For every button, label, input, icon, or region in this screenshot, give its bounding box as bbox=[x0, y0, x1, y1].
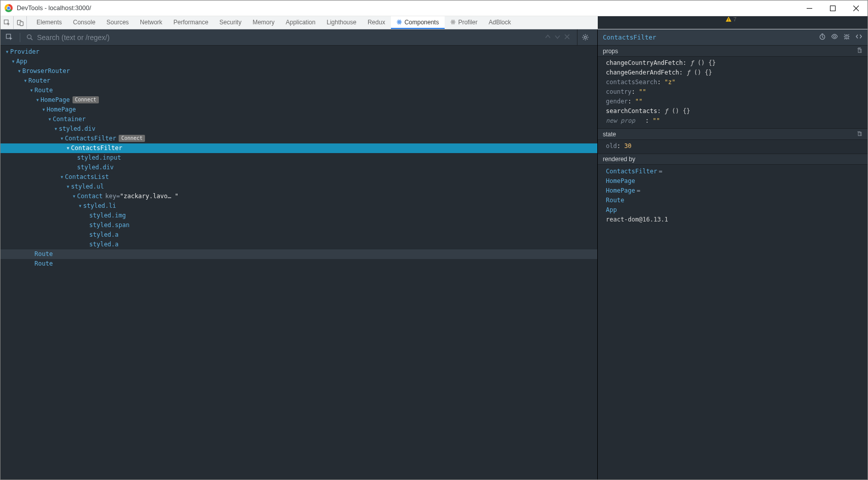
device-toolbar-button[interactable] bbox=[14, 16, 27, 29]
tree-row[interactable]: ▾styled.li bbox=[1, 201, 597, 211]
new-prop-row[interactable]: new prop: "" bbox=[606, 116, 867, 126]
tab-application[interactable]: Application bbox=[280, 16, 321, 29]
tree-row[interactable]: ▾BrowserRouter bbox=[1, 66, 597, 76]
tab-profiler[interactable]: Profiler bbox=[445, 16, 483, 29]
component-name: Route bbox=[34, 87, 53, 94]
renderedby-section-header: rendered by bbox=[598, 154, 867, 165]
search-clear-button[interactable] bbox=[564, 34, 570, 41]
tree-row[interactable]: styled.span bbox=[1, 220, 597, 230]
tree-row[interactable]: ▾HomePageConnect bbox=[1, 95, 597, 105]
tree-row[interactable]: styled.div bbox=[1, 163, 597, 172]
tree-row[interactable]: ▾styled.ul bbox=[1, 182, 597, 192]
tree-row[interactable]: styled.input bbox=[1, 153, 597, 163]
highlight-icon[interactable] bbox=[831, 33, 838, 42]
tree-row[interactable]: ▾Router bbox=[1, 76, 597, 86]
svg-rect-0 bbox=[830, 6, 835, 11]
state-list[interactable]: old: 30 bbox=[598, 140, 867, 154]
tab-label: Lighthouse bbox=[327, 19, 356, 26]
svg-point-20 bbox=[584, 36, 586, 38]
prop-row[interactable]: changeCountryAndFetch: ƒ () {} bbox=[606, 58, 867, 68]
warnings-count[interactable]: 7 bbox=[726, 16, 736, 22]
tab-performance[interactable]: Performance bbox=[168, 16, 214, 29]
tab-components[interactable]: Components bbox=[391, 16, 445, 29]
tab-sources[interactable]: Sources bbox=[101, 16, 134, 29]
tree-row[interactable]: Route bbox=[1, 249, 597, 259]
tree-row[interactable]: ▾ContactsFilter bbox=[1, 143, 597, 153]
tab-redux[interactable]: Redux bbox=[362, 16, 391, 29]
prop-value: ƒ () {} bbox=[690, 59, 716, 66]
tree-row[interactable]: ▾Contactkey="zackary.lavo… " bbox=[1, 192, 597, 201]
tab-label: Redux bbox=[368, 19, 385, 26]
search-prev-button[interactable] bbox=[545, 34, 551, 41]
tab-adblock[interactable]: AdBlock bbox=[483, 16, 517, 29]
renderedby-link[interactable]: ContactsFilter= bbox=[606, 167, 867, 176]
tree-row[interactable]: ▾Route bbox=[1, 86, 597, 95]
prop-row[interactable]: gender: "" bbox=[606, 97, 867, 106]
tree-row[interactable]: ▾HomePage bbox=[1, 105, 597, 115]
suspend-icon[interactable] bbox=[819, 33, 826, 42]
window-title: DevTools - localhost:3000/ bbox=[17, 5, 91, 12]
prop-row[interactable]: changeGenderAndFetch: ƒ () {} bbox=[606, 68, 867, 78]
tree-row[interactable]: ▾Container bbox=[1, 115, 597, 124]
prop-row[interactable]: contactsSearch: "z" bbox=[606, 78, 867, 87]
tab-memory[interactable]: Memory bbox=[247, 16, 280, 29]
tree-row[interactable]: ▾styled.div bbox=[1, 124, 597, 134]
component-tree[interactable]: ▾Provider▾App▾BrowserRouter▾Router▾Route… bbox=[1, 46, 597, 479]
window-maximize-button[interactable] bbox=[821, 1, 844, 16]
svg-point-4 bbox=[399, 22, 400, 23]
select-element-in-page-icon[interactable] bbox=[5, 33, 14, 42]
components-settings-button[interactable] bbox=[577, 29, 593, 46]
tree-row[interactable]: ▾App bbox=[1, 57, 597, 66]
tree-row[interactable]: Route bbox=[1, 259, 597, 269]
components-tree-panel: ▾Provider▾App▾BrowserRouter▾Router▾Route… bbox=[1, 29, 598, 479]
renderedby-link[interactable]: App bbox=[606, 205, 867, 215]
copy-props-button[interactable] bbox=[856, 47, 862, 55]
tree-row[interactable]: ▾ContactsList bbox=[1, 172, 597, 182]
tree-row[interactable]: ▾ContactsFilterConnect bbox=[1, 134, 597, 143]
search-input[interactable] bbox=[36, 33, 541, 42]
tab-console[interactable]: Console bbox=[67, 16, 101, 29]
tab-elements[interactable]: Elements bbox=[31, 16, 67, 29]
tree-row[interactable]: styled.a bbox=[1, 230, 597, 240]
prop-row[interactable]: searchContacts: ƒ () {} bbox=[606, 106, 867, 116]
window-minimize-button[interactable] bbox=[798, 1, 821, 16]
renderedby-link[interactable]: Route bbox=[606, 196, 867, 205]
component-name: ContactsFilter bbox=[65, 135, 116, 142]
tree-row[interactable]: ▾Provider bbox=[1, 47, 597, 57]
component-name: styled.ul bbox=[71, 183, 104, 190]
component-name: styled.li bbox=[83, 202, 116, 209]
renderedby-name: App bbox=[606, 206, 617, 213]
view-source-icon[interactable] bbox=[855, 33, 862, 42]
debug-icon[interactable] bbox=[843, 33, 850, 42]
renderedby-link[interactable]: HomePage bbox=[606, 176, 867, 186]
component-name: Route bbox=[34, 250, 53, 257]
inspect-element-button[interactable] bbox=[1, 16, 14, 29]
tab-label: Console bbox=[73, 19, 95, 26]
renderedby-name: HomePage bbox=[606, 177, 635, 184]
search-next-button[interactable] bbox=[555, 34, 560, 41]
props-list[interactable]: changeCountryAndFetch: ƒ () {}changeGend… bbox=[598, 57, 867, 128]
prop-row[interactable]: country: "" bbox=[606, 87, 867, 97]
state-row[interactable]: old: 30 bbox=[606, 141, 867, 151]
renderedby-link[interactable]: HomePage= bbox=[606, 186, 867, 196]
renderedby-list[interactable]: ContactsFilter=HomePageHomePage=RouteApp… bbox=[598, 165, 867, 227]
prop-key: gender bbox=[606, 98, 628, 105]
prop-key: changeGenderAndFetch bbox=[606, 69, 679, 76]
component-name: styled.div bbox=[59, 125, 95, 132]
prop-key: country bbox=[606, 88, 632, 95]
renderedby-name: HomePage bbox=[606, 187, 635, 194]
tab-security[interactable]: Security bbox=[214, 16, 247, 29]
component-search[interactable] bbox=[26, 33, 541, 42]
svg-rect-3 bbox=[20, 21, 23, 25]
new-prop-value[interactable]: "" bbox=[653, 117, 660, 124]
window-close-button[interactable] bbox=[844, 1, 867, 16]
hoc-badge: Connect bbox=[73, 96, 99, 103]
copy-state-button[interactable] bbox=[856, 130, 862, 138]
tab-lighthouse[interactable]: Lighthouse bbox=[321, 16, 362, 29]
tab-label: Sources bbox=[106, 19, 129, 26]
tree-row[interactable]: styled.img bbox=[1, 211, 597, 220]
hoc-badge: Connect bbox=[119, 135, 145, 142]
component-name: Contact bbox=[77, 193, 103, 200]
tab-network[interactable]: Network bbox=[134, 16, 168, 29]
tree-row[interactable]: styled.a bbox=[1, 240, 597, 249]
